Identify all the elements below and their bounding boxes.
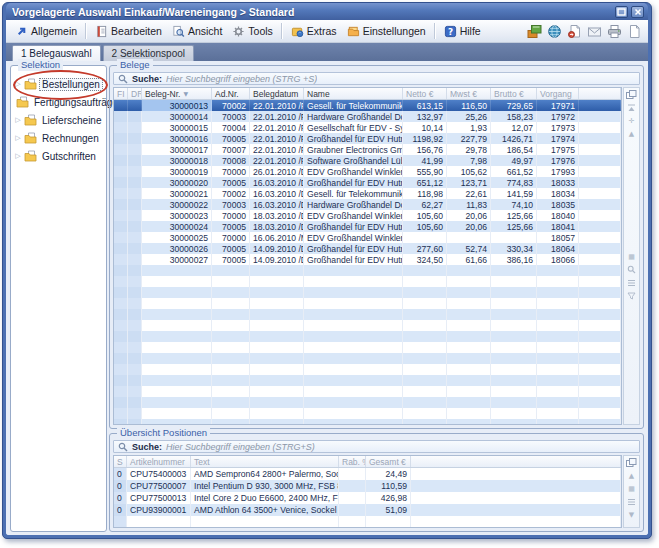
tree-item-rechnungen[interactable]: ▷Rechnungen: [11, 129, 106, 147]
table-row[interactable]: 300000237000018.03.2010 /DoEDV Großhande…: [114, 210, 621, 221]
column-chooser-icon[interactable]: [626, 89, 638, 100]
cell-filler: [411, 480, 621, 492]
zoom-icon[interactable]: [626, 264, 638, 275]
cell-netto: [403, 276, 447, 287]
table-row[interactable]: 300000167000522.01.2010 /FrGroßhandel fü…: [114, 133, 621, 144]
cell-netto: [403, 364, 447, 375]
column-header-netto[interactable]: Netto €: [403, 88, 447, 99]
table-row[interactable]: 300000247000518.03.2010 /DoGroßhandel fü…: [114, 221, 621, 232]
table-row[interactable]: 300000197000026.01.2010 /DiEDV Großhande…: [114, 166, 621, 177]
scroll-up-icon[interactable]: ▲: [626, 128, 638, 139]
table-row[interactable]: 0CPU77500013Intel Core 2 Duo E6600, 2400…: [114, 492, 621, 504]
toolbar-document-export-button[interactable]: [567, 24, 582, 39]
menu-item-bearbeiten[interactable]: Bearbeiten: [90, 23, 167, 40]
list-view-icon[interactable]: [626, 496, 638, 507]
column-header-s[interactable]: S: [114, 456, 127, 467]
cell-gesamt: 110,59: [366, 480, 411, 492]
column-chooser-icon[interactable]: [626, 457, 638, 468]
table-row[interactable]: 300000147000322.01.2010 /FrHardware Groß…: [114, 111, 621, 122]
toolbar-package-button[interactable]: [527, 24, 542, 39]
column-header-filler[interactable]: [579, 88, 621, 99]
filter-icon[interactable]: [626, 290, 638, 301]
column-header-gesamt[interactable]: Gesamt €: [366, 456, 411, 467]
tree-item-bestellungen[interactable]: ▷Bestellungen: [11, 75, 106, 93]
table-row[interactable]: 300000257000016.06.2010 /MiEDV Großhande…: [114, 232, 621, 243]
expand-arrow-icon[interactable]: ▷: [14, 80, 22, 88]
restore-button[interactable]: [615, 6, 628, 18]
scroll-top-icon[interactable]: [626, 102, 638, 113]
table-row[interactable]: 300000137000222.01.2010 /FrGesell. für T…: [114, 100, 621, 111]
cell-fi: [114, 287, 128, 298]
cell-filler: [579, 188, 621, 199]
empty-table-row: [114, 386, 621, 397]
cell-mwst: 25,26: [447, 111, 491, 122]
column-header-filler[interactable]: [411, 456, 621, 467]
scroll-up-icon[interactable]: ▲: [626, 470, 638, 481]
menu-item-tools[interactable]: Tools: [227, 23, 278, 40]
table-row[interactable]: 300000207000516.03.2010 /DiGroßhandel fü…: [114, 177, 621, 188]
cell-brutto: [491, 419, 537, 424]
column-header-dr[interactable]: DR: [128, 88, 142, 99]
column-header-beleg-nr[interactable]: Beleg-Nr.▼: [142, 88, 212, 99]
column-header-rab[interactable]: Rab. %: [339, 456, 366, 467]
tree-item-lieferscheine[interactable]: ▷Lieferscheine: [11, 111, 106, 129]
cell-beleg-nr: [142, 309, 212, 320]
table-row[interactable]: 300000217000216.03.2010 /DiGesell. für T…: [114, 188, 621, 199]
grid-view-icon[interactable]: ▦: [626, 483, 638, 494]
column-header-brutto[interactable]: Brutto €: [491, 88, 537, 99]
table-row[interactable]: 300000267000514.09.2010 /DiGroßhandel fü…: [114, 243, 621, 254]
tree-item-gutschriften[interactable]: ▷Gutschriften: [11, 147, 106, 165]
table-row[interactable]: 300000277000514.09.2010 /DiGroßhandel fü…: [114, 254, 621, 265]
toolbar-mail-button[interactable]: [587, 24, 602, 39]
toolbar-globe-button[interactable]: [547, 24, 562, 39]
expand-arrow-icon[interactable]: ▷: [14, 116, 22, 124]
expand-arrow-icon[interactable]: ▷: [14, 134, 22, 142]
expand-arrow-icon[interactable]: ▷: [14, 152, 22, 160]
table-row[interactable]: 300000187000822.01.2010 /FrSoftware Groß…: [114, 155, 621, 166]
tree-item-fertigungsauftr-ge[interactable]: Fertigungsaufträge: [11, 93, 106, 111]
menu-item-allgemein[interactable]: Allgemein: [10, 23, 82, 40]
titlebar[interactable]: Vorgelagerte Auswahl Einkauf/Wareneingan…: [6, 3, 648, 20]
cell-ad-nr: [212, 320, 250, 331]
menu-item-extras[interactable]: Extras: [286, 23, 342, 40]
column-header-text[interactable]: Text: [191, 456, 339, 467]
scroll-down-icon[interactable]: ▼: [626, 509, 638, 520]
positionen-search[interactable]: Suche: Hier Suchbegriff eingeben (STRG+S…: [113, 440, 640, 453]
close-button[interactable]: [631, 6, 644, 18]
column-header-vorgang[interactable]: Vorgang: [537, 88, 579, 99]
cell-rab: [339, 516, 366, 527]
scroll-up-page-icon[interactable]: ✛: [626, 115, 638, 126]
table-row[interactable]: 0CPU75400003AMD Sempron64 2800+ Palermo,…: [114, 468, 621, 480]
cell-dr: [128, 342, 142, 353]
cell-beleg-nr: [142, 342, 212, 353]
cell-netto: [403, 408, 447, 419]
table-row[interactable]: 300000157000422.01.2010 /FrGesellschaft …: [114, 122, 621, 133]
column-header-name[interactable]: Name: [304, 88, 403, 99]
menu-item-hilfe[interactable]: ?Hilfe: [439, 23, 486, 40]
toolbar-new-document-button[interactable]: [627, 24, 642, 39]
grid-view-icon[interactable]: ▦: [626, 251, 638, 262]
column-header-mwst[interactable]: Mwst €: [447, 88, 491, 99]
cell-brutto: [491, 342, 537, 353]
column-header-belegdatum[interactable]: Belegdatum: [250, 88, 304, 99]
table-row[interactable]: 300000177000722.01.2010 /FrGraubner Elec…: [114, 144, 621, 155]
list-view-icon[interactable]: [626, 277, 638, 288]
cell-belegdatum: [250, 386, 304, 397]
menu-item-ansicht[interactable]: Ansicht: [167, 23, 227, 40]
column-header-fi[interactable]: FI: [114, 88, 128, 99]
table-row[interactable]: 0CPU77500007Intel Pentium D 930, 3000 MH…: [114, 480, 621, 492]
column-header-ad-nr[interactable]: Ad.Nr.: [212, 88, 250, 99]
table-row[interactable]: 300000227000316.03.2010 /DiHardware Groß…: [114, 199, 621, 210]
cell-mwst: [447, 331, 491, 342]
table-row[interactable]: 0CPU93900001AMD Athlon 64 3500+ Venice, …: [114, 504, 621, 516]
cell-s: 0: [114, 504, 127, 516]
toolbar-print-button[interactable]: [607, 24, 622, 39]
empty-table-row: [114, 353, 621, 364]
belege-search[interactable]: Suche: Hier Suchbegriff eingeben (STRG +…: [113, 72, 640, 85]
cell-ad-nr: [212, 265, 250, 276]
menu-item-einstellungen[interactable]: Einstellungen: [342, 23, 431, 40]
empty-table-row: [114, 276, 621, 287]
cell-brutto: [491, 386, 537, 397]
column-header-artikelnummer[interactable]: Artikelnummer: [127, 456, 191, 467]
cell-vorgang: [537, 265, 579, 276]
